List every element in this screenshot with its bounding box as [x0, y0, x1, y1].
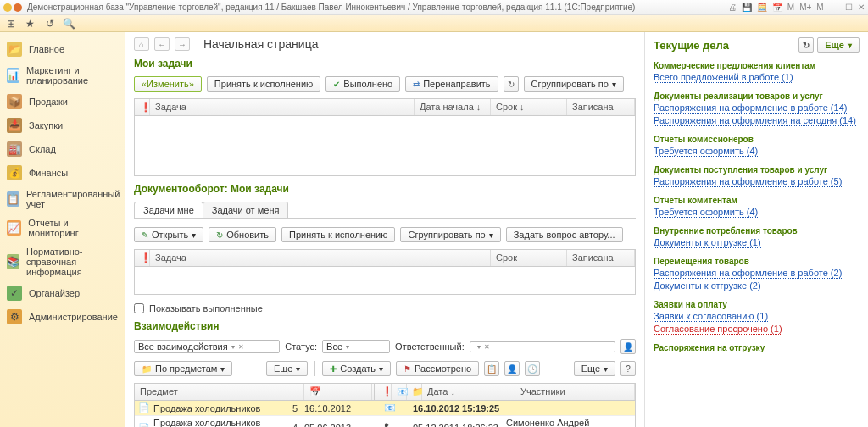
forward-button-tasks[interactable]: ⇄Перенаправить: [405, 76, 498, 92]
user-icon[interactable]: 👤: [504, 361, 520, 376]
group-link[interactable]: Заявки к согласованию (1): [654, 311, 768, 322]
calendar-icon[interactable]: 📅: [772, 3, 782, 12]
col-folder[interactable]: 📁: [407, 384, 422, 400]
sidebar-item-6[interactable]: 📋Регламентированный учет: [0, 185, 125, 214]
status-combo[interactable]: Все▾: [322, 340, 390, 353]
col-date2[interactable]: Дата ↓: [422, 384, 515, 400]
apps-icon[interactable]: ⊞: [5, 18, 16, 29]
sidebar-item-9[interactable]: ✓Органайзер: [0, 281, 125, 305]
interactions-table: Предмет 📅 ❗ 📧 📁 Дата ↓ Участники 📄Продаж…: [134, 383, 636, 427]
copy-icon[interactable]: 📋: [484, 361, 499, 376]
col-rec[interactable]: Записана: [567, 99, 635, 115]
favorites-icon[interactable]: ★: [25, 18, 36, 29]
refresh-button-s2[interactable]: ↻Обновить: [209, 227, 276, 242]
refresh-button-s1[interactable]: ↻: [504, 76, 519, 92]
sidebar-icon-3: 📥: [7, 118, 22, 133]
type-icon: 📞: [382, 423, 398, 428]
clock-icon[interactable]: 🕓: [525, 361, 540, 376]
sidebar-item-1[interactable]: 📊Маркетинг и планирование: [0, 61, 125, 90]
type-icon: 📧: [382, 402, 398, 413]
group-title: Заявки на оплату: [654, 300, 860, 309]
col-part[interactable]: Участники: [515, 384, 635, 400]
interaction-type-combo[interactable]: Все взаимодействия▾✕: [134, 340, 280, 353]
calc-icon[interactable]: 🧮: [757, 3, 767, 12]
open-button[interactable]: ✎Открыть▾: [134, 227, 203, 242]
group-link[interactable]: Требуется оформить (4): [654, 207, 758, 218]
group-link[interactable]: Документы к отгрузке (2): [654, 280, 761, 291]
group-link[interactable]: Распоряжения на оформление в работе (5): [654, 176, 842, 187]
m-label[interactable]: M: [787, 3, 794, 12]
interaction-row[interactable]: 📄Продажа холодильников фирм405.06.2013📞0…: [135, 416, 635, 427]
refresh-right[interactable]: ↻: [798, 37, 814, 53]
more-right-button[interactable]: Еще▾: [574, 361, 615, 376]
forward-button[interactable]: →: [175, 37, 190, 51]
doc-flow-title: Документооборот: Мои задачи: [134, 183, 636, 195]
group-by-button[interactable]: Сгруппировать по▾: [524, 76, 624, 92]
col-task[interactable]: Задача: [150, 99, 415, 115]
save-icon[interactable]: 💾: [742, 3, 752, 12]
right-group: Документы поступления товаров и услугРас…: [654, 165, 860, 187]
tab-from-me[interactable]: Задачи от меня: [203, 202, 289, 218]
col-flag-2[interactable]: ❗: [135, 250, 150, 266]
sidebar-item-2[interactable]: 📦Продажи: [0, 90, 125, 114]
col-flag3[interactable]: ❗: [376, 384, 392, 400]
home-button[interactable]: ⌂: [134, 37, 149, 51]
person-button[interactable]: 👤: [620, 339, 636, 354]
sidebar-item-10[interactable]: ⚙Администрирование: [0, 305, 125, 329]
sidebar-item-0[interactable]: 📂Главное: [0, 37, 125, 61]
more-left-button[interactable]: Еще▾: [266, 361, 308, 376]
sidebar-item-5[interactable]: 💰Финансы: [0, 161, 125, 185]
group-link[interactable]: Распоряжения на оформления на сегодня (1…: [654, 115, 856, 126]
col-task-2[interactable]: Задача: [150, 250, 491, 266]
search-icon[interactable]: 🔍: [64, 18, 75, 29]
col-start[interactable]: Дата начала ↓: [415, 99, 491, 115]
interaction-row[interactable]: 📄Продажа холодильников516.10.2012📧16.10.…: [135, 401, 635, 416]
col-flag[interactable]: ❗: [135, 99, 150, 115]
sidebar-icon-1: 📊: [7, 68, 19, 83]
col-type[interactable]: 📧: [392, 384, 407, 400]
show-done-checkbox[interactable]: [134, 303, 144, 313]
col-subj[interactable]: Предмет: [135, 384, 304, 400]
more-right[interactable]: Еще▾: [817, 37, 860, 53]
tab-to-me[interactable]: Задачи мне: [134, 202, 203, 218]
back-button[interactable]: ←: [154, 37, 170, 51]
group-link[interactable]: Распоряжения на оформление в работе (2): [654, 268, 842, 279]
group-link[interactable]: Документы к отгрузке (1): [654, 237, 761, 248]
print-icon[interactable]: 🖨: [728, 3, 737, 12]
reviewed-button[interactable]: ⚑Рассмотрено: [396, 361, 479, 376]
group-title: Документы поступления товаров и услуг: [654, 165, 860, 175]
minimize-icon[interactable]: —: [832, 3, 840, 12]
content-area: ⌂ ← → Начальная страница Мои задачи «Изм…: [125, 32, 644, 427]
by-subject-button[interactable]: 📁По предметам▾: [134, 361, 232, 376]
done-button[interactable]: ✔Выполнено: [326, 76, 400, 92]
mplus-label[interactable]: M+: [799, 3, 811, 12]
sidebar-item-7[interactable]: 📈Отчеты и мониторинг: [0, 214, 125, 242]
mminus-label[interactable]: M-: [816, 3, 826, 12]
col-due-2[interactable]: Срок: [491, 250, 567, 266]
close-icon[interactable]: ✕: [858, 3, 865, 12]
group-button-s2[interactable]: Сгруппировать по▾: [400, 227, 500, 242]
maximize-icon[interactable]: ☐: [845, 3, 853, 12]
group-title: Коммерческие предложения клиентам: [654, 61, 860, 70]
accept-button-s2[interactable]: Принять к исполнению: [281, 227, 395, 242]
ask-author-button[interactable]: Задать вопрос автору...: [506, 227, 623, 242]
group-link[interactable]: Распоряжения на оформление в работе (14): [654, 103, 847, 114]
col-rec-2[interactable]: Записана: [567, 250, 635, 266]
sidebar-item-3[interactable]: 📥Закупки: [0, 114, 125, 137]
change-button[interactable]: «Изменить»: [134, 76, 202, 92]
sidebar-item-8[interactable]: 📚Нормативно-справочная информация: [0, 242, 125, 281]
responsible-combo[interactable]: ▾✕: [470, 341, 615, 352]
col-due[interactable]: Срок ↓: [491, 99, 567, 115]
col-date1[interactable]: 📅: [304, 384, 372, 400]
help-button[interactable]: ?: [620, 361, 636, 376]
sidebar-label: Администрирование: [29, 312, 118, 322]
sidebar-icon-10: ⚙: [7, 309, 22, 324]
group-link[interactable]: Согласование просрочено (1): [654, 324, 782, 335]
group-title: Документы реализации товаров и услуг: [654, 92, 860, 101]
group-link[interactable]: Требуется оформить (4): [654, 146, 758, 157]
group-link[interactable]: Всего предложений в работе (1): [654, 72, 793, 83]
accept-button[interactable]: Принять к исполнению: [207, 76, 320, 92]
create-button[interactable]: ✚Создать▾: [322, 361, 391, 376]
history-icon[interactable]: ↺: [44, 18, 55, 29]
sidebar-item-4[interactable]: 🏭Склад: [0, 137, 125, 161]
